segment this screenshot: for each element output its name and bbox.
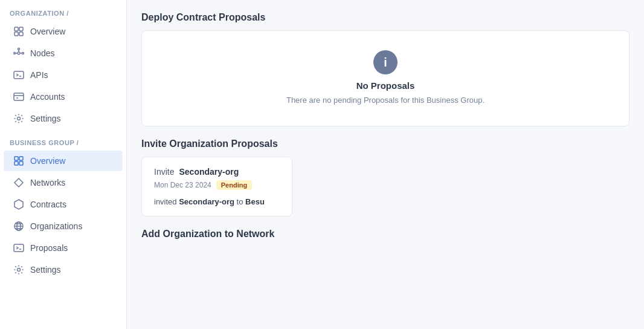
proposal-date: Mon Dec 23 2024 (154, 181, 211, 189)
sidebar-item-networks[interactable]: Networks (4, 172, 123, 193)
svg-rect-3 (19, 32, 23, 36)
sidebar-item-overview-org[interactable]: Overview (4, 21, 123, 42)
svg-point-5 (14, 53, 16, 54)
sidebar-item-label: Settings (30, 265, 61, 275)
main-content: Deploy Contract Proposals i No Proposals… (127, 0, 644, 329)
sidebar-item-nodes[interactable]: Nodes (4, 43, 123, 64)
status-badge: Pending (216, 180, 252, 190)
svg-point-16 (18, 117, 21, 120)
bg-section-label: BUSINESS GROUP / (0, 129, 126, 150)
invited-to: Besu (245, 197, 265, 206)
proposal-header: Invite Secondary-org (154, 167, 280, 177)
svg-rect-18 (19, 157, 23, 160)
nodes-icon (13, 48, 24, 59)
sidebar-item-label: Overview (30, 27, 65, 36)
proposal-org-name: Secondary-org (179, 167, 239, 177)
settings-icon-bg (13, 264, 24, 275)
sidebar-item-contracts[interactable]: Contracts (4, 194, 123, 215)
svg-rect-0 (14, 27, 18, 31)
no-proposals-title: No Proposals (356, 80, 415, 91)
sidebar-item-label: Accounts (30, 92, 65, 102)
svg-rect-2 (14, 32, 18, 36)
svg-rect-1 (19, 27, 23, 31)
accounts-icon (13, 91, 24, 102)
svg-rect-19 (14, 161, 18, 165)
settings-icon (13, 113, 24, 124)
svg-marker-22 (14, 200, 23, 209)
invite-label: Invite (154, 167, 174, 177)
sidebar-item-label: APIs (30, 70, 48, 80)
invited-org: Secondary-org (179, 197, 234, 206)
sidebar-item-label: Overview (30, 156, 65, 166)
proposals-icon (13, 243, 24, 253)
sidebar-item-label: Settings (30, 114, 61, 123)
proposal-card[interactable]: Invite Secondary-org Mon Dec 23 2024 Pen… (141, 157, 292, 217)
invite-org-title: Invite Organization Proposals (141, 138, 630, 149)
deploy-contract-title: Deploy Contract Proposals (141, 12, 630, 23)
hexagon-icon (13, 199, 24, 210)
svg-point-7 (18, 48, 20, 50)
info-icon: i (373, 50, 398, 74)
svg-marker-21 (14, 178, 23, 187)
grid-icon-bg (13, 155, 24, 166)
sidebar-item-apis[interactable]: APIs (4, 65, 123, 85)
sidebar: ORGANIZATION / Overview Nodes (0, 0, 127, 329)
terminal-icon (13, 70, 24, 80)
svg-point-4 (18, 52, 20, 54)
sidebar-item-proposals[interactable]: Proposals (4, 238, 123, 258)
sidebar-item-organizations[interactable]: Organizations (4, 216, 123, 236)
diamond-icon (13, 177, 24, 188)
svg-rect-17 (14, 157, 18, 160)
grid-icon (13, 26, 24, 37)
sidebar-item-settings-bg[interactable]: Settings (4, 259, 123, 280)
sidebar-item-label: Nodes (30, 48, 54, 58)
sidebar-item-label: Proposals (30, 243, 68, 253)
proposal-body: invited Secondary-org to Besu (154, 197, 280, 206)
sidebar-item-accounts[interactable]: Accounts (4, 86, 123, 107)
add-org-title: Add Organization to Network (141, 229, 630, 239)
svg-point-30 (18, 269, 21, 272)
sidebar-item-label: Organizations (30, 221, 82, 231)
org-section-label: ORGANIZATION / (0, 0, 126, 21)
no-proposals-desc: There are no pending Proposals for this … (286, 94, 485, 106)
globe-icon (13, 221, 24, 232)
svg-point-6 (22, 53, 24, 54)
sidebar-item-label: Networks (30, 178, 65, 187)
sidebar-item-label: Contracts (30, 200, 66, 209)
sidebar-item-overview-bg[interactable]: Overview (4, 151, 123, 171)
svg-rect-13 (14, 93, 24, 100)
svg-rect-20 (19, 161, 23, 165)
proposal-meta: Mon Dec 23 2024 Pending (154, 180, 280, 190)
sidebar-item-settings-org[interactable]: Settings (4, 108, 123, 129)
deploy-contract-card: i No Proposals There are no pending Prop… (141, 30, 630, 126)
